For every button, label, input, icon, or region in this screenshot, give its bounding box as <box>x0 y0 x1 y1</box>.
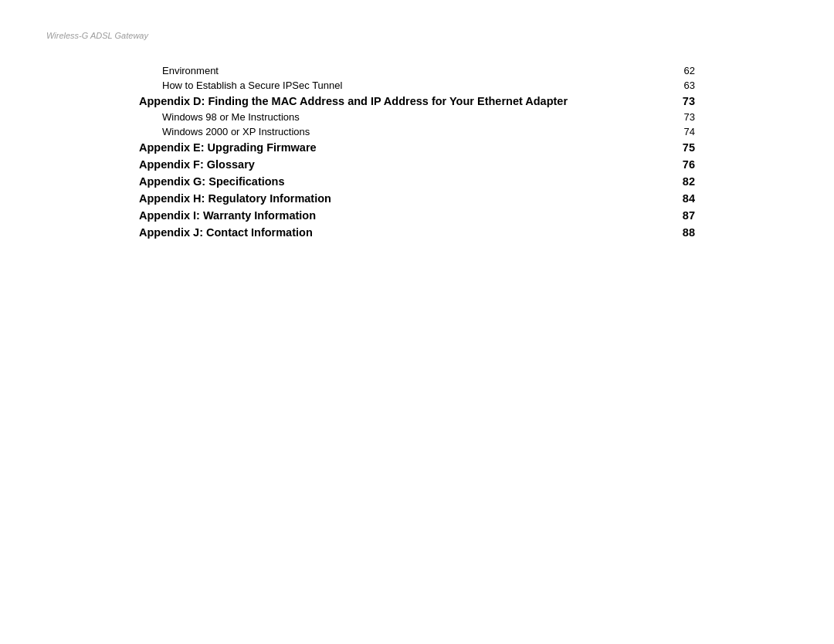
toc-page-9: 87 <box>672 209 695 222</box>
toc-row-1: How to Establish a Secure IPSec Tunnel63 <box>139 78 695 93</box>
toc-page-8: 84 <box>672 192 695 205</box>
toc-row-0: Environment62 <box>139 63 695 78</box>
toc-page-1: 63 <box>672 80 695 91</box>
toc-row-7: Appendix G: Specifications82 <box>139 173 695 190</box>
toc-page-10: 88 <box>672 226 695 239</box>
toc-label-8: Appendix H: Regulatory Information <box>139 192 331 205</box>
toc-label-0: Environment <box>162 65 219 76</box>
toc-row-10: Appendix J: Contact Information88 <box>139 224 695 241</box>
toc-label-9: Appendix I: Warranty Information <box>139 209 316 222</box>
page-header: Wireless-G ADSL Gateway <box>46 31 788 40</box>
toc-label-6: Appendix F: Glossary <box>139 158 255 171</box>
toc-page-7: 82 <box>672 175 695 188</box>
toc-row-8: Appendix H: Regulatory Information84 <box>139 190 695 207</box>
toc-row-5: Appendix E: Upgrading Firmware75 <box>139 139 695 156</box>
toc-row-4: Windows 2000 or XP Instructions74 <box>139 124 695 139</box>
toc-row-6: Appendix F: Glossary76 <box>139 156 695 173</box>
toc-row-9: Appendix I: Warranty Information87 <box>139 207 695 224</box>
toc-label-7: Appendix G: Specifications <box>139 175 285 188</box>
toc-page-3: 73 <box>672 111 695 123</box>
toc-row-2: Appendix D: Finding the MAC Address and … <box>139 93 695 110</box>
toc-label-10: Appendix J: Contact Information <box>139 226 313 239</box>
toc-page-4: 74 <box>672 126 695 137</box>
toc-row-3: Windows 98 or Me Instructions73 <box>139 110 695 124</box>
toc-label-1: How to Establish a Secure IPSec Tunnel <box>162 80 342 91</box>
toc-page-5: 75 <box>672 141 695 154</box>
toc-page-6: 76 <box>672 158 695 171</box>
toc-list: Environment62How to Establish a Secure I… <box>139 63 695 241</box>
toc-page-0: 62 <box>672 65 695 76</box>
toc-page-2: 73 <box>672 95 695 107</box>
toc-content: Environment62How to Establish a Secure I… <box>139 63 695 241</box>
page-container: Wireless-G ADSL Gateway Environment62How… <box>0 0 834 644</box>
toc-label-4: Windows 2000 or XP Instructions <box>162 126 310 137</box>
toc-label-3: Windows 98 or Me Instructions <box>162 111 300 123</box>
toc-label-2: Appendix D: Finding the MAC Address and … <box>139 95 568 107</box>
toc-label-5: Appendix E: Upgrading Firmware <box>139 141 317 154</box>
